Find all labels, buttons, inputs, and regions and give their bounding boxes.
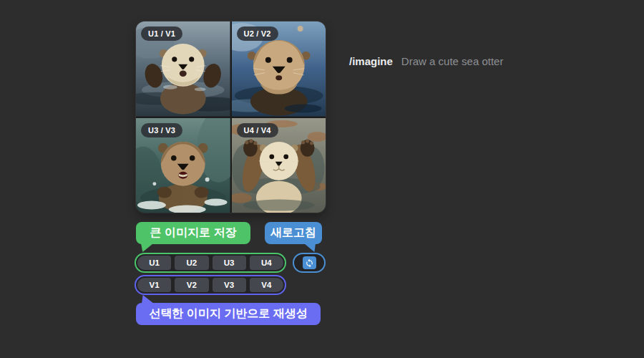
save-large-image-label: 큰 이미지로 저장 — [150, 226, 237, 241]
tile-label-u4v4: U4 / V4 — [237, 123, 278, 137]
image-tile-3[interactable]: U3 / V3 — [136, 118, 230, 213]
upscale-button-row: U1 U2 U3 U4 — [135, 253, 286, 273]
imagine-command: /imagine — [349, 55, 393, 67]
tile-label-u1v1: U1 / V1 — [141, 26, 182, 41]
image-tile-2[interactable]: U2 / V2 — [232, 21, 326, 117]
prompt-line: /imagine Draw a cute sea otter — [349, 55, 503, 67]
variation-button-v4[interactable]: V4 — [250, 278, 283, 292]
regenerate-tooltip-label: 선택한 이미지 기반으로 재생성 — [149, 306, 307, 321]
tooltip-tail — [304, 243, 316, 252]
prompt-text: Draw a cute sea otter — [401, 55, 504, 67]
variation-button-v2[interactable]: V2 — [175, 278, 208, 292]
variation-button-v1[interactable]: V1 — [137, 278, 171, 292]
upscale-button-u1[interactable]: U1 — [137, 256, 171, 270]
variation-button-v3[interactable]: V3 — [213, 278, 246, 292]
variation-button-row: V1 V2 V3 V4 — [135, 275, 286, 295]
refresh-button-outline — [293, 253, 326, 273]
regenerate-tooltip: 선택한 이미지 기반으로 재생성 — [136, 303, 321, 325]
refresh-tooltip-label: 새로고침 — [270, 226, 316, 241]
upscale-button-u3[interactable]: U3 — [213, 256, 246, 270]
refresh-icon — [305, 258, 314, 268]
tooltip-tail — [141, 243, 153, 252]
refresh-tooltip: 새로고침 — [265, 222, 322, 244]
refresh-button[interactable] — [303, 256, 316, 269]
tooltip-tail — [142, 295, 154, 304]
image-tile-4[interactable]: U4 / V4 — [232, 118, 326, 213]
upscale-button-u4[interactable]: U4 — [250, 256, 283, 270]
upscale-button-u2[interactable]: U2 — [175, 256, 208, 270]
generated-image-grid: U1 / V1 — [136, 21, 326, 213]
tile-label-u2v2: U2 / V2 — [237, 26, 278, 41]
save-large-image-tooltip: 큰 이미지로 저장 — [136, 222, 250, 244]
image-tile-1[interactable]: U1 / V1 — [136, 21, 230, 117]
tile-label-u3v3: U3 / V3 — [141, 123, 182, 137]
